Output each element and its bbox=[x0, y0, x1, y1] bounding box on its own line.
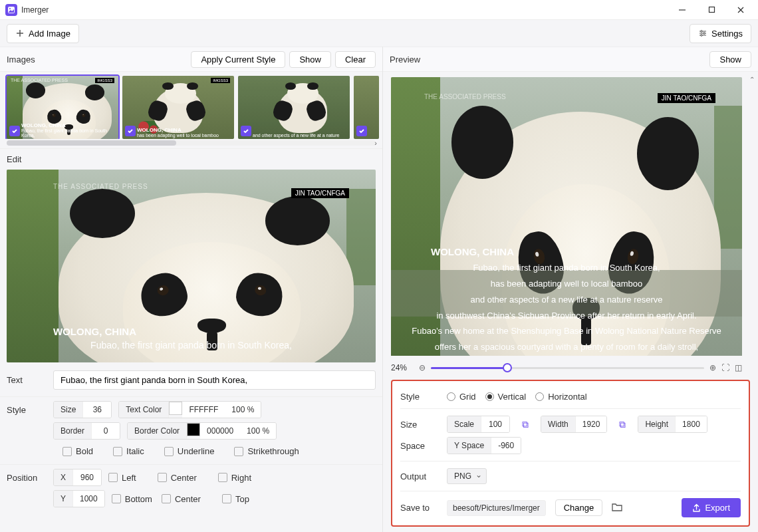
y-field[interactable]: Y1000 bbox=[53, 490, 105, 507]
thumbnail-3[interactable]: and other aspects of a new life at a nat… bbox=[238, 76, 350, 139]
app-title: Imerger bbox=[21, 5, 673, 15]
svg-point-12 bbox=[703, 33, 705, 35]
layout-grid-radio[interactable]: Grid bbox=[447, 392, 476, 402]
clear-images-button[interactable]: Clear bbox=[335, 51, 376, 68]
thumbnail-1[interactable]: THE ASSOCIATED PRESS IMGSS3 WOLONG, CHIN… bbox=[7, 76, 118, 139]
show-images-button[interactable]: Show bbox=[289, 51, 331, 68]
output-format-select[interactable]: PNG bbox=[447, 468, 487, 484]
height-field[interactable]: Height1800 bbox=[638, 416, 707, 433]
layout-horizontal-radio[interactable]: Horizontal bbox=[535, 392, 587, 402]
check-icon bbox=[9, 126, 20, 136]
bold-checkbox[interactable]: Bold bbox=[63, 446, 93, 456]
actual-size-icon[interactable]: ◫ bbox=[735, 363, 742, 372]
apply-style-button[interactable]: Apply Current Style bbox=[191, 51, 285, 68]
strikethrough-checkbox[interactable]: Strikethrough bbox=[234, 446, 299, 456]
caption-text-input[interactable] bbox=[53, 370, 376, 390]
change-path-button[interactable]: Change bbox=[555, 499, 603, 516]
topbar: Add Image Settings bbox=[0, 20, 758, 47]
position-label: Position bbox=[7, 473, 47, 483]
zoom-in-icon[interactable]: ⊕ bbox=[709, 363, 716, 372]
scale-field[interactable]: Scale100 bbox=[447, 416, 510, 433]
fit-screen-icon[interactable]: ⛶ bbox=[721, 363, 729, 372]
thumbnails-row: THE ASSOCIATED PRESS IMGSS3 WOLONG, CHIN… bbox=[0, 72, 382, 139]
align-bottom-checkbox[interactable]: Bottom bbox=[112, 494, 152, 504]
svg-point-1 bbox=[9, 8, 11, 9]
link-icon[interactable]: ⧉ bbox=[519, 419, 531, 430]
align-right-checkbox[interactable]: Right bbox=[218, 473, 251, 483]
zoom-controls: 24% ⊖ ⊕ ⛶ ◫ bbox=[383, 356, 758, 380]
zoom-percent: 24% bbox=[391, 363, 414, 372]
text-color-field[interactable]: Text ColorFFFFFF100 % bbox=[118, 401, 261, 418]
preview-canvas[interactable]: THE ASSOCIATED PRESS JIN TAO/CNFGA WOLON… bbox=[391, 77, 742, 356]
add-image-button[interactable]: Add Image bbox=[7, 24, 79, 43]
settings-button[interactable]: Settings bbox=[690, 24, 751, 43]
italic-checkbox[interactable]: Italic bbox=[113, 446, 144, 456]
close-button[interactable] bbox=[731, 1, 750, 19]
folder-icon[interactable] bbox=[612, 502, 622, 513]
check-icon bbox=[125, 126, 136, 136]
maximize-button[interactable] bbox=[702, 1, 721, 19]
sliders-icon bbox=[698, 29, 707, 38]
x-field[interactable]: X960 bbox=[53, 469, 102, 486]
align-top-checkbox[interactable]: Top bbox=[222, 494, 249, 504]
images-panel-header: Images Apply Current Style Show Clear bbox=[0, 47, 382, 72]
save-path: beesoft/Pictures/Imerger bbox=[447, 500, 546, 516]
minimize-button[interactable] bbox=[673, 1, 692, 19]
border-color-field[interactable]: Border Color000000100 % bbox=[127, 422, 277, 440]
align-left-checkbox[interactable]: Left bbox=[108, 473, 136, 483]
zoom-slider[interactable] bbox=[431, 361, 704, 374]
svg-point-13 bbox=[701, 35, 703, 37]
thumbnail-2[interactable]: IMGSS3 WOLONG, CHINAhas been adapting we… bbox=[122, 76, 234, 139]
thumbnail-4[interactable] bbox=[354, 76, 379, 139]
thumbs-scrollbar[interactable]: › bbox=[7, 140, 376, 148]
border-field[interactable]: Border0 bbox=[53, 422, 120, 440]
text-label: Text bbox=[7, 375, 47, 385]
layout-vertical-radio[interactable]: Vertical bbox=[485, 392, 527, 402]
align-vcenter-checkbox[interactable]: Center bbox=[162, 494, 201, 504]
app-icon bbox=[5, 4, 17, 16]
align-hcenter-checkbox[interactable]: Center bbox=[158, 473, 197, 483]
underline-checkbox[interactable]: Underline bbox=[164, 446, 215, 456]
preview-title: Preview bbox=[390, 55, 705, 65]
plus-icon bbox=[15, 29, 25, 38]
show-preview-button[interactable]: Show bbox=[709, 51, 751, 68]
svg-point-11 bbox=[701, 31, 703, 33]
export-icon bbox=[692, 503, 701, 512]
link-icon[interactable]: ⧉ bbox=[616, 419, 628, 430]
titlebar: Imerger bbox=[0, 0, 758, 20]
images-title: Images bbox=[7, 55, 187, 65]
svg-rect-3 bbox=[709, 7, 714, 13]
check-icon bbox=[241, 126, 251, 136]
width-field[interactable]: Width1920 bbox=[541, 416, 607, 433]
check-icon bbox=[356, 126, 367, 136]
yspace-field[interactable]: Y Space-960 bbox=[447, 437, 521, 454]
export-button[interactable]: Export bbox=[682, 498, 741, 517]
edit-title: Edit bbox=[0, 148, 382, 170]
style-label: Style bbox=[7, 405, 47, 415]
preview-panel-header: Preview Show bbox=[383, 47, 758, 72]
export-panel: Style Grid Vertical Horizontal Size Scal… bbox=[391, 380, 750, 527]
edit-canvas[interactable]: THE ASSOCIATED PRESS JIN TAO/CNFGA WOLON… bbox=[7, 170, 376, 362]
font-size-field[interactable]: Size36 bbox=[53, 401, 112, 418]
zoom-out-icon[interactable]: ⊖ bbox=[419, 363, 426, 372]
